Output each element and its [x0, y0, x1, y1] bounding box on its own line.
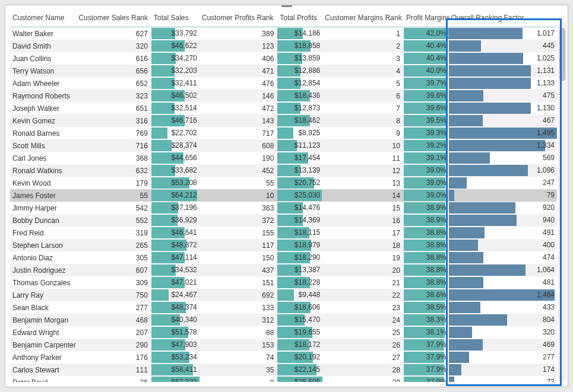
profits-rank-cell: 123 [200, 42, 278, 50]
col-header-total-profits[interactable]: Total Profits [277, 10, 322, 27]
customer-name-cell: Joseph Walker [10, 104, 62, 113]
table-row[interactable]: Ronald Barnes769$22,702717$8,925939.3%1,… [10, 127, 557, 139]
table-row[interactable]: Joseph Walker651$32,514472$12,873739.6%1… [10, 102, 557, 114]
table-row[interactable]: Jimmy Harper542$37,196363$14,4761538.9%9… [10, 202, 557, 214]
table-row[interactable]: Ronald Watkins632$33,682452$13,1391239.0… [10, 164, 557, 177]
overall-ranking-bar: 1,017 [449, 27, 557, 40]
col-header-sales-rank[interactable]: Customer Sales Rank [76, 10, 151, 27]
profits-rank-cell: 312 [200, 316, 278, 324]
table-row[interactable]: Adam Wheeler652$32,411476$12,854539.7%1,… [10, 77, 557, 90]
table-row[interactable]: Anthony Parker176$53,23474$20,1922737.9%… [10, 351, 557, 364]
scrollbar-thumb[interactable] [559, 28, 565, 81]
table-row[interactable]: James Foster55$64,21210$25,0301439.0%79 [10, 189, 557, 202]
margins-rank-cell: 18 [322, 241, 404, 250]
profit-margins-bar: 39.6% [404, 102, 449, 114]
total-profits-bar: $12,873 [277, 102, 322, 114]
table-row[interactable]: Raymond Roberts323$46,502146$18,436639.6… [10, 90, 557, 102]
col-header-overall[interactable]: Overall Ranking Factor [449, 10, 557, 27]
table-visual: ⤢ ⋯ Customer Name Customer Sales Rank To… [5, 5, 568, 387]
profit-margins-bar: 39.0% [404, 189, 449, 202]
profit-margins-bar: 40.4% [404, 40, 449, 52]
total-sales-bar: $46,502 [151, 90, 200, 102]
customer-name-cell: Scott Mills [10, 142, 48, 150]
table-row[interactable]: Scott Mills716$28,374608$11,1231039.2%1,… [10, 139, 557, 152]
table-row[interactable]: Antonio Diaz305$47,114150$18,2901938.8%4… [10, 251, 557, 264]
sales-rank-cell: 176 [76, 353, 151, 362]
customer-table[interactable]: Customer Name Customer Sales Rank Total … [10, 10, 557, 382]
overall-ranking-bar: 1,131 [449, 65, 557, 77]
resize-handle-top[interactable] [281, 5, 292, 7]
focus-mode-icon[interactable]: ⤢ [546, 5, 553, 7]
sales-rank-cell: 265 [76, 241, 151, 250]
profit-margins-bar: 39.1% [404, 152, 449, 164]
col-header-name[interactable]: Customer Name [10, 10, 76, 27]
margins-rank-cell: 9 [322, 129, 404, 138]
profits-rank-cell: 363 [200, 204, 278, 212]
total-profits-bar: $18,115 [277, 227, 322, 239]
margins-rank-cell: 13 [322, 179, 404, 187]
margins-rank-cell: 2 [322, 42, 404, 50]
sales-rank-cell: 632 [76, 167, 151, 175]
table-row[interactable]: Peter Boyd36$67,3228$25,5052937.9%73 [10, 376, 557, 382]
sales-rank-cell: 290 [76, 341, 151, 349]
total-profits-bar: $12,886 [277, 65, 322, 77]
total-sales-bar: $53,208 [151, 177, 200, 189]
overall-ranking-bar: 247 [449, 177, 557, 189]
overall-ranking-bar: 1,133 [449, 77, 557, 90]
customer-name-cell: Raymond Roberts [10, 92, 72, 100]
table-row[interactable]: Sean Black277$48,374133$18,6062338.5%433 [10, 301, 557, 314]
sales-rank-cell: 552 [76, 216, 151, 225]
overall-ranking-bar: 475 [449, 90, 557, 102]
profits-rank-cell: 150 [200, 254, 278, 262]
profits-rank-cell: 472 [200, 104, 278, 113]
table-row[interactable]: Walter Baker627$33,792389$14,186142.0%1,… [10, 27, 557, 40]
margins-rank-cell: 25 [322, 329, 404, 337]
table-row[interactable]: Kevin Wood179$53,20855$20,7521339.0%247 [10, 177, 557, 189]
margins-rank-cell: 14 [322, 192, 404, 200]
col-header-profit-margins[interactable]: Profit Margins [404, 10, 449, 27]
more-options-icon[interactable]: ⋯ [557, 5, 565, 7]
table-row[interactable]: Benjamin Morgan468$40,340312$15,4702438.… [10, 314, 557, 326]
col-header-profits-rank[interactable]: Customer Profits Rank [200, 10, 278, 27]
table-row[interactable]: Juan Collins616$34,270406$13,859340.4%1,… [10, 52, 557, 65]
table-row[interactable]: Fred Reid319$46,641155$18,1151738.8%491 [10, 227, 557, 239]
table-row[interactable]: Thomas Gonzales309$47,021151$18,2282138.… [10, 276, 557, 289]
margins-rank-cell: 19 [322, 254, 404, 262]
table-row[interactable]: Larry Ray750$24,467692$9,4482238.6%1,464 [10, 289, 557, 301]
profit-margins-bar: 40.4% [404, 52, 449, 65]
customer-name-cell: Benjamin Carpenter [10, 341, 78, 349]
total-profits-bar: $18,858 [277, 40, 322, 52]
total-profits-bar: $9,448 [277, 289, 322, 301]
table-row[interactable]: Kevin Gomez316$46,716143$18,462839.5%467 [10, 114, 557, 127]
customer-name-cell: Terry Watson [10, 67, 56, 75]
table-row[interactable]: David Smith320$46,622123$18,858240.4%445 [10, 40, 557, 52]
table-row[interactable]: Bobby Duncan552$36,929372$14,3691638.9%9… [10, 214, 557, 227]
overall-ranking-bar: 940 [449, 214, 557, 227]
table-row[interactable]: Terry Watson656$32,203471$12,886440.0%1,… [10, 65, 557, 77]
total-sales-bar: $40,340 [151, 314, 200, 326]
profit-margins-bar: 38.8% [404, 227, 449, 239]
table-row[interactable]: Justin Rodriguez607$34,532437$13,3872038… [10, 264, 557, 276]
total-profits-bar: $13,859 [277, 52, 322, 65]
table-row[interactable]: Carl Jones368$44,656190$17,4541139.1%569 [10, 152, 557, 164]
table-row[interactable]: Benjamin Carpenter290$47,903153$18,17226… [10, 339, 557, 351]
col-header-margins-rank[interactable]: Customer Margins Rank [322, 10, 404, 27]
header-row[interactable]: Customer Name Customer Sales Rank Total … [10, 10, 557, 27]
profit-margins-bar: 38.5% [404, 301, 449, 314]
sales-rank-cell: 542 [76, 204, 151, 212]
customer-name-cell: Kevin Gomez [10, 117, 58, 125]
table-row[interactable]: Edward Wright207$51,57888$19,6552538.1%3… [10, 326, 557, 339]
total-sales-bar: $48,872 [151, 239, 200, 251]
overall-ranking-bar: 1,096 [449, 164, 557, 177]
col-header-total-sales[interactable]: Total Sales [151, 10, 200, 27]
total-sales-bar: $34,532 [151, 264, 200, 276]
sales-rank-cell: 750 [76, 291, 151, 299]
table-row[interactable]: Carlos Stewart111$58,41135$22,1452837.9%… [10, 364, 557, 376]
customer-name-cell: Sean Black [10, 304, 51, 312]
profit-margins-bar: 38.8% [404, 264, 449, 276]
vertical-scrollbar[interactable] [558, 22, 566, 382]
total-profits-bar: $25,030 [277, 189, 322, 202]
table-row[interactable]: Stephen Larson265$48,872117$18,9791838.8… [10, 239, 557, 251]
total-profits-bar: $17,454 [277, 152, 322, 164]
customer-name-cell: Adam Wheeler [10, 79, 62, 88]
